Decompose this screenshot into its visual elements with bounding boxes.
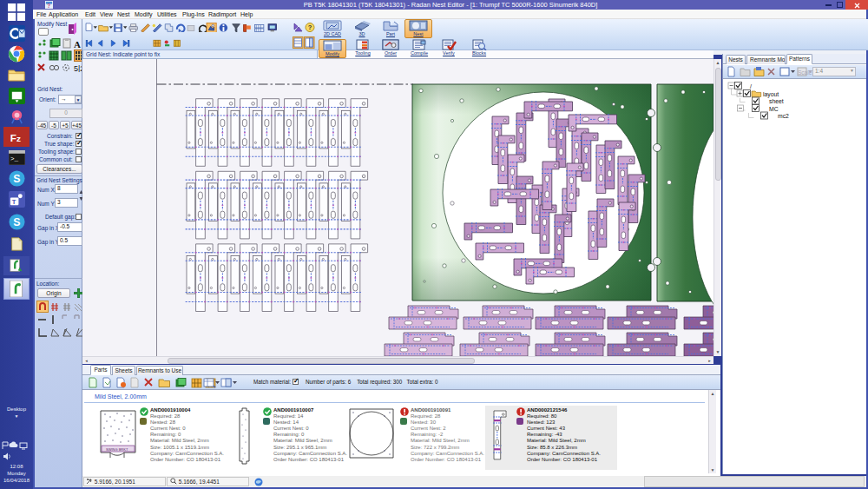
svg-text:layout: layout xyxy=(763,91,779,98)
svg-text:T: T xyxy=(11,197,16,205)
svg-text:?: ? xyxy=(308,23,312,31)
svg-text:5|2: 5|2 xyxy=(74,64,82,72)
svg-text:sheet: sheet xyxy=(769,98,784,104)
svg-text:A: A xyxy=(74,39,81,50)
svg-text:S: S xyxy=(13,172,20,184)
svg-text:MC: MC xyxy=(769,106,779,112)
svg-text:S: S xyxy=(13,215,20,228)
svg-text:mc2: mc2 xyxy=(778,113,789,119)
svg-text:>_: >_ xyxy=(10,155,18,162)
svg-text:SWING BRKT: SWING BRKT xyxy=(106,447,128,452)
svg-text:z: z xyxy=(16,133,21,142)
svg-text:/: / xyxy=(750,83,752,89)
svg-text:F: F xyxy=(10,131,16,142)
svg-text:Scale: Scale xyxy=(798,69,812,76)
